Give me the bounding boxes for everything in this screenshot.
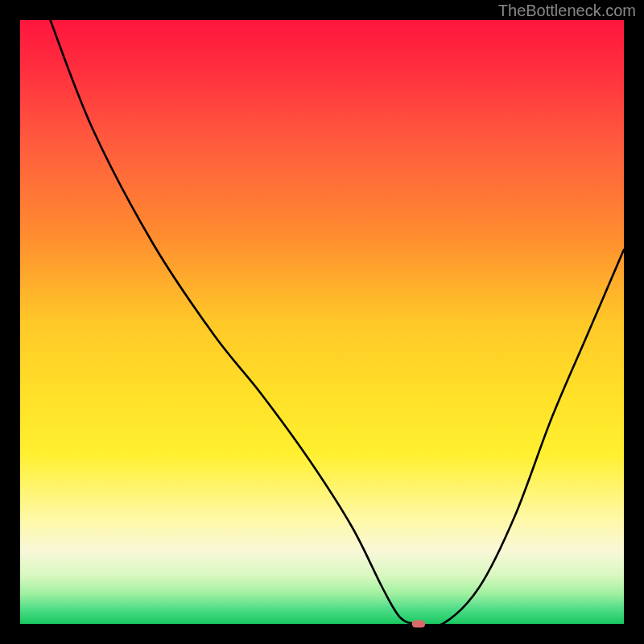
optimal-marker (412, 621, 426, 628)
bottleneck-curve (51, 20, 625, 627)
chart-plot-area (20, 20, 624, 624)
chart-overlay (20, 20, 624, 624)
watermark-text: TheBottleneck.com (498, 2, 636, 20)
